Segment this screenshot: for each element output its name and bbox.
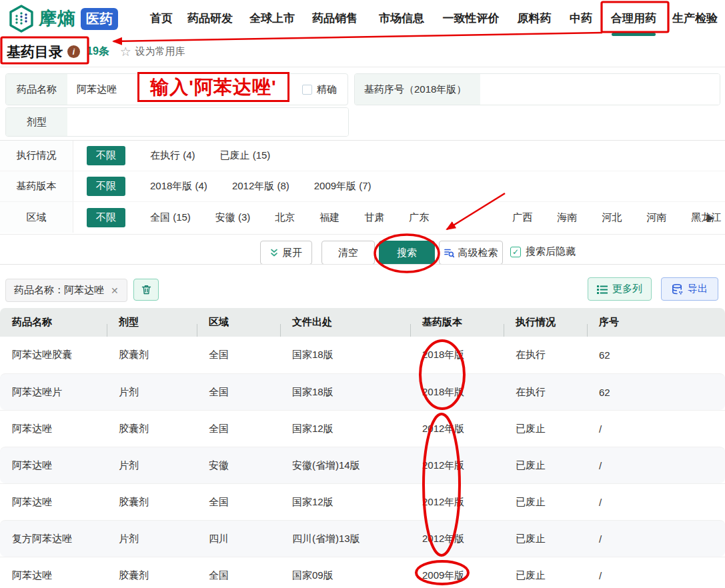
table-row[interactable]: 阿苯达唑 胶囊剂 全国 国家12版 2012年版 已废止 /	[0, 410, 725, 447]
nav-item[interactable]: 药品销售	[310, 0, 359, 37]
table-row[interactable]: 阿苯达唑片 片剂 全国 国家18版 2018年版 在执行 62	[0, 373, 725, 410]
filter-option[interactable]: 不限	[87, 177, 125, 196]
table-row[interactable]: 阿苯达唑 片剂 安徽 安徽(省增)14版 2012年版 已废止 /	[0, 447, 725, 483]
checked-checkbox-icon[interactable]: ✓	[510, 247, 521, 257]
top-navigation-bar: 摩熵 医药 首页药品研发全球上市药品销售市场信息一致性评价原料药中药合理用药生产…	[0, 0, 725, 37]
filter-option[interactable]: 广东	[409, 211, 429, 224]
cell-source: 四川(省增)13版	[280, 533, 410, 545]
table-row[interactable]: 阿苯达唑 胶囊剂 全国 国家12版 2012年版 已废止 /	[0, 483, 725, 520]
cell-source: 国家09版	[280, 569, 410, 582]
star-icon[interactable]: ☆	[120, 44, 131, 59]
filter-option[interactable]: 海南	[557, 211, 577, 224]
filter-option[interactable]: 安徽 (3)	[215, 211, 251, 224]
table-header-cell[interactable]: 药品名称	[0, 316, 107, 329]
nav-item[interactable]: 一致性评价	[440, 0, 502, 37]
cell-drug-name[interactable]: 阿苯达唑	[0, 459, 107, 472]
hide-after-search-toggle[interactable]: ✓ 搜索后隐藏	[510, 245, 576, 258]
filter-option[interactable]: 2012年版 (8)	[232, 180, 289, 193]
cell-version: 2012年版	[410, 533, 504, 545]
filter-row-exec-status: 执行情况 不限在执行 (4)已废止 (15)	[0, 141, 725, 171]
table-row[interactable]: 阿苯达唑胶囊 胶囊剂 全国 国家18版 2018年版 在执行 62	[0, 337, 725, 373]
cell-drug-name[interactable]: 阿苯达唑	[0, 423, 107, 435]
cell-source: 国家12版	[280, 423, 410, 435]
nav-item[interactable]: 全球上市	[247, 0, 297, 37]
filter-option[interactable]: 已废止 (15)	[220, 149, 271, 162]
dosage-input[interactable]	[67, 108, 348, 136]
table-header-cell[interactable]: 执行情况	[504, 316, 587, 329]
nav-item[interactable]: 生产检验	[670, 0, 720, 37]
filter-option[interactable]: 河北	[602, 211, 622, 224]
cell-region: 全国	[197, 349, 280, 361]
filter-option[interactable]: 不限	[87, 208, 125, 227]
version-options: 不限2018年版 (4)2012年版 (8)2009年版 (7)	[73, 177, 725, 196]
cell-drug-name[interactable]: 复方阿苯达唑	[0, 533, 107, 545]
cell-version: 2012年版	[410, 423, 504, 435]
remove-filter-icon[interactable]: ✕	[111, 285, 119, 296]
more-columns-button[interactable]: 更多列	[588, 277, 652, 301]
drug-name-input[interactable]	[67, 74, 302, 105]
table-header-cell[interactable]: 序号	[587, 316, 725, 329]
table-row[interactable]: 复方阿苯达唑 片剂 四川 四川(省增)13版 2012年版 已废止 /	[0, 520, 725, 557]
cell-seq: /	[587, 497, 725, 508]
cell-dosage-form: 片剂	[107, 459, 197, 472]
cell-drug-name[interactable]: 阿苯达唑	[0, 496, 107, 509]
active-filter-tag[interactable]: 药品名称：阿苯达唑 ✕	[5, 279, 127, 302]
filter-option[interactable]: 全国 (15)	[150, 211, 191, 224]
filter-option[interactable]: 甘肃	[364, 211, 384, 224]
table-header-cell[interactable]: 剂型	[107, 316, 197, 329]
cell-drug-name[interactable]: 阿苯达唑	[0, 569, 107, 582]
table-header-cell[interactable]: 区域	[197, 316, 280, 329]
filter-option[interactable]: 在执行 (4)	[150, 149, 195, 162]
expand-button[interactable]: 展开	[260, 241, 312, 265]
cell-region: 全国	[197, 423, 280, 435]
table-header-cell[interactable]: 文件出处	[280, 316, 410, 329]
cell-drug-name[interactable]: 阿苯达唑胶囊	[0, 349, 107, 361]
export-button[interactable]: 导出	[661, 277, 718, 301]
set-favorite-link[interactable]: 设为常用库	[135, 45, 185, 58]
filter-option[interactable]: 河南	[646, 211, 666, 224]
page-title: 基药目录	[7, 43, 63, 61]
nav-item[interactable]: 首页	[148, 0, 175, 37]
nav-item[interactable]: 市场信息	[377, 0, 426, 37]
base-serial-input[interactable]	[480, 74, 720, 105]
cell-dosage-form: 片剂	[107, 533, 197, 545]
title-bar: 基药目录 i 19条 ☆ 设为常用库	[0, 37, 725, 67]
base-serial-field-group: 基药序号（2018年版）	[354, 73, 720, 105]
advanced-search-icon	[444, 248, 454, 258]
divider	[0, 264, 725, 265]
nav-item[interactable]: 中药	[567, 0, 595, 37]
filter-option[interactable]: 黑龙江	[691, 211, 721, 224]
info-icon[interactable]: i	[67, 45, 80, 58]
cell-drug-name[interactable]: 阿苯达唑片	[0, 386, 107, 399]
nav-item[interactable]: 合理用药	[608, 0, 659, 37]
filter-tag-text: 药品名称：阿苯达唑	[14, 284, 104, 297]
exact-match-toggle[interactable]: 精确	[302, 74, 347, 105]
search-panel: 药品名称 精确 基药序号（2018年版） 剂型 执行情况 不限在执行 (4)已废…	[0, 67, 725, 270]
clear-button[interactable]: 清空	[321, 241, 375, 265]
filter-row-version: 基药版本 不限2018年版 (4)2012年版 (8)2009年版 (7)	[0, 171, 725, 202]
cell-region: 全国	[197, 496, 280, 509]
more-regions-icon[interactable]: ▶	[707, 212, 714, 223]
nav-item[interactable]: 药品研发	[185, 0, 235, 37]
app-window: 摩熵 医药 首页药品研发全球上市药品销售市场信息一致性评价原料药中药合理用药生产…	[0, 0, 725, 588]
table-header-cell[interactable]: 基药版本	[410, 316, 504, 329]
filter-option[interactable]: 北京	[275, 211, 295, 224]
filter-option[interactable]: 福建	[319, 211, 339, 224]
filter-option[interactable]: 不限	[87, 146, 125, 165]
search-button[interactable]: 搜索	[379, 241, 435, 265]
advanced-search-button[interactable]: 高级检索	[439, 241, 503, 265]
expand-label: 展开	[282, 247, 302, 259]
filter-option[interactable]: 2018年版 (4)	[150, 180, 207, 193]
exact-checkbox[interactable]	[302, 85, 312, 95]
cell-region: 全国	[197, 569, 280, 582]
nav-item[interactable]: 原料药	[515, 0, 554, 37]
table-row[interactable]: 阿苯达唑 胶囊剂 全国 国家09版 2009年版 已废止 /	[0, 557, 725, 588]
cell-version: 2012年版	[410, 459, 504, 472]
cell-seq: /	[587, 570, 725, 581]
cell-dosage-form: 胶囊剂	[107, 349, 197, 361]
clear-all-filters-button[interactable]	[133, 279, 159, 301]
cell-seq: 62	[587, 349, 725, 361]
filter-option[interactable]: 2009年版 (7)	[314, 180, 372, 193]
filter-option[interactable]: 广西	[512, 211, 532, 224]
clear-label: 清空	[338, 247, 358, 259]
